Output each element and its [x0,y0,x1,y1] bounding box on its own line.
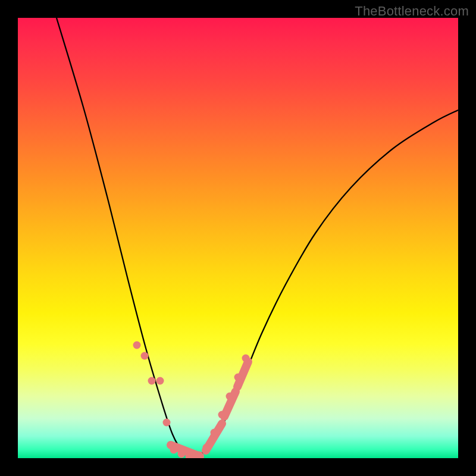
marker-dot [203,444,211,452]
marker-dot [242,355,250,362]
chart-frame: TheBottleneck.com [0,0,476,476]
marker-dot [218,411,226,419]
plot-area [18,18,458,458]
marker-dot [156,377,164,385]
marker-dot [148,377,156,385]
marker-dot [141,352,149,360]
marker-dot [234,374,242,381]
bottleneck-curve [57,18,458,457]
marker-dot [226,393,234,400]
watermark-text: TheBottleneck.com [355,4,469,19]
chart-svg [18,18,458,458]
marker-dot [133,342,141,349]
marker-dot [178,450,186,458]
marker-dot [163,419,171,427]
marker-dot [211,429,218,437]
marker-dot [170,446,178,454]
